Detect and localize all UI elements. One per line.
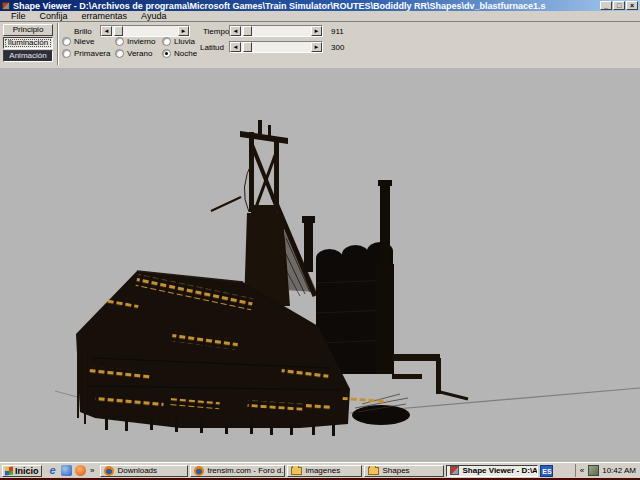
start-label: Inicio — [15, 466, 39, 476]
latitud-value: 300 — [331, 43, 344, 52]
task-downloads[interactable]: Downloads — [100, 465, 188, 477]
tray-chevron-icon[interactable]: « — [579, 466, 585, 475]
radio-icon — [62, 37, 71, 46]
messenger-icon[interactable] — [61, 465, 72, 476]
language-indicator[interactable]: ES — [540, 465, 553, 477]
folder-icon — [368, 467, 379, 475]
radio-selected-icon — [162, 49, 171, 58]
task-shape-viewer[interactable]: Shape Viewer - D:\A... — [446, 465, 538, 477]
system-tray: « 10:42 AM — [575, 464, 638, 477]
toolbar-separator — [57, 23, 59, 65]
radio-lluvia[interactable]: Lluvia — [162, 37, 195, 46]
task-shapes[interactable]: Shapes — [364, 465, 444, 477]
window-controls: _ □ × — [600, 1, 638, 10]
firefox-icon — [104, 466, 114, 476]
menu-file[interactable]: File — [4, 11, 33, 21]
alert-icon[interactable] — [75, 465, 86, 476]
taskbar-clock[interactable]: 10:42 AM — [602, 466, 638, 475]
brillo-label: Brillo — [74, 27, 92, 36]
tiempo-label: Tiempo — [203, 27, 229, 36]
start-button[interactable]: Inicio — [2, 465, 42, 477]
menu-tools[interactable]: erramentas — [75, 11, 135, 21]
radio-nieve[interactable]: Nieve — [62, 37, 94, 46]
slider-left-arrow-icon[interactable]: ◄ — [230, 42, 241, 52]
menu-config[interactable]: Confija — [33, 11, 75, 21]
blast-furnace-model — [0, 68, 640, 462]
tiempo-slider-track[interactable] — [241, 26, 311, 36]
latitud-slider-track[interactable] — [241, 42, 311, 52]
slider-left-arrow-icon[interactable]: ◄ — [230, 26, 241, 36]
quick-launch: e » — [44, 465, 98, 476]
slider-right-arrow-icon[interactable]: ► — [311, 42, 322, 52]
model-viewport[interactable] — [0, 68, 640, 462]
iluminacion-button[interactable]: Iluminación — [3, 37, 53, 49]
app-icon — [2, 2, 10, 10]
close-button[interactable]: × — [626, 1, 638, 10]
latitud-label: Latitud — [200, 43, 224, 52]
animacion-button[interactable]: Animación — [3, 50, 53, 62]
taskbar: Inicio e » Downloads trensim.com - Foro … — [0, 462, 640, 478]
radio-primavera[interactable]: Primavera — [62, 49, 110, 58]
tiempo-slider[interactable]: ◄ ► — [229, 25, 323, 37]
radio-invierno[interactable]: Invierno — [115, 37, 155, 46]
internet-explorer-icon[interactable]: e — [47, 465, 58, 476]
latitud-slider-thumb[interactable] — [243, 42, 252, 52]
menu-bar: File Confija erramentas Ayuda — [0, 11, 640, 22]
radio-icon — [162, 37, 171, 46]
menu-help[interactable]: Ayuda — [134, 11, 173, 21]
minimize-button[interactable]: _ — [600, 1, 612, 10]
principio-button[interactable]: Principio — [3, 24, 53, 36]
slider-right-arrow-icon[interactable]: ► — [311, 26, 322, 36]
radio-icon — [115, 49, 124, 58]
firefox-icon — [194, 466, 204, 476]
title-bar[interactable]: Shape Viewer - D:\Archivos de programa\M… — [0, 0, 640, 11]
folder-icon — [291, 467, 302, 475]
slider-left-arrow-icon[interactable]: ◄ — [101, 26, 112, 36]
radio-icon — [62, 49, 71, 58]
radio-noche[interactable]: Noche — [162, 49, 197, 58]
tray-icon[interactable] — [588, 465, 599, 476]
overflow-chevron-icon[interactable]: » — [89, 466, 95, 475]
slider-right-arrow-icon[interactable]: ► — [178, 26, 189, 36]
shape-viewer-icon — [450, 466, 459, 475]
radio-icon — [115, 37, 124, 46]
radio-verano[interactable]: Verano — [115, 49, 152, 58]
tiempo-slider-thumb[interactable] — [243, 26, 252, 36]
toolbar: Principio Iluminación Animación Brillo ◄… — [0, 22, 640, 68]
latitud-slider[interactable]: ◄ ► — [229, 41, 323, 53]
tiempo-value: 911 — [331, 27, 344, 36]
brillo-slider-track[interactable] — [112, 26, 178, 36]
window-title: Shape Viewer - D:\Archivos de programa\M… — [13, 1, 598, 11]
maximize-button[interactable]: □ — [613, 1, 625, 10]
brillo-slider[interactable]: ◄ ► — [100, 25, 190, 37]
task-trensim[interactable]: trensim.com - Foro d... — [190, 465, 285, 477]
brillo-slider-thumb[interactable] — [114, 26, 123, 36]
windows-flag-icon — [5, 466, 13, 475]
task-imagenes[interactable]: imagenes — [287, 465, 362, 477]
